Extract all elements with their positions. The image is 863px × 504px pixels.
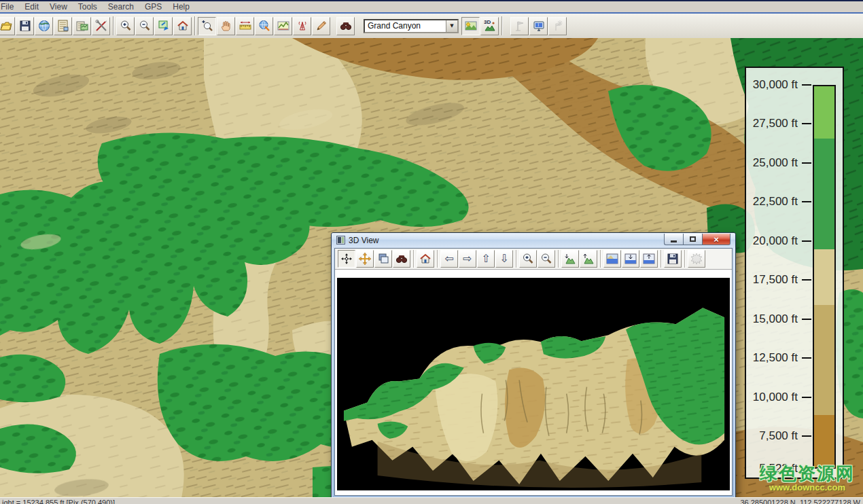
toolbar-separator [558,250,559,268]
menu-tools[interactable]: Tools [73,2,103,12]
zoom-out-icon [540,252,553,266]
zoom-to-home-button[interactable] [173,17,192,35]
hillshade-toggle-button[interactable] [461,17,480,35]
save-snapshot-button[interactable] [664,250,682,268]
menu-help[interactable]: Help [167,2,195,12]
menu-search[interactable]: Search [103,2,139,12]
maximize-button[interactable] [683,234,702,245]
digitizer-tool-button[interactable] [312,17,330,35]
zoom-out-button[interactable] [135,17,154,35]
pan-view-button[interactable] [356,250,374,268]
zoom-out-icon [138,19,152,33]
open-data-file-button[interactable] [0,17,15,35]
three-d-render-canvas[interactable] [337,278,730,490]
clear-flags-button[interactable] [548,17,567,35]
gps-information-button[interactable]: i [529,17,548,35]
pan-tool-button[interactable] [217,17,235,35]
minimize-icon [671,240,677,242]
feature-info-tool-button[interactable] [255,17,273,35]
move-arrows-icon [358,252,372,266]
gps-monitor-icon: i [532,19,546,33]
hillshade-icon [464,19,478,33]
window-title-bar[interactable]: 3D View × [332,233,735,247]
control-center-icon [56,19,70,33]
dataset-dropdown[interactable]: Grand Canyon ▼ [364,19,459,33]
flag-tool-button[interactable] [510,17,529,35]
hand-icon [219,19,233,33]
step-down-button[interactable]: ⇩ [495,250,513,268]
raise-water-level-button[interactable] [640,250,658,268]
window-title: 3D View [349,236,378,245]
three-d-terrain [337,278,730,490]
legend-tick-label: 22,500 ft [753,195,798,209]
maximize-icon [690,236,696,242]
dataset-dropdown-value: Grand Canyon [365,21,446,31]
legend-tick-mark [802,84,811,86]
watermark-site-name: 绿色资源网 [760,465,855,483]
elevation-band-brown [814,415,834,467]
open-control-center-button[interactable] [54,17,72,35]
legend-tick-label: 25,000 ft [753,156,798,170]
step-left-button[interactable]: ⇦ [440,250,458,268]
toolbar-separator [437,250,438,268]
path-profile-icon [277,19,290,33]
save-workspace-button[interactable] [16,17,34,35]
three-d-view-window[interactable]: 3D View × ⇦ ⇨ ⇧ ⇩ [331,232,736,500]
open-folder-icon [0,19,13,33]
full-view-icon [157,19,171,33]
elevation-band-green [814,139,834,249]
copy-view-button[interactable] [374,250,392,268]
three-d-label: 3D [484,19,491,25]
snowflake-flag-icon [551,19,565,33]
toolbar-separator [413,250,415,268]
legend-tick-label: 30,000 ft [753,78,798,92]
increase-exaggeration-button[interactable] [580,250,597,268]
elevation-band-high-green [814,86,834,139]
toolbar-separator [516,250,517,268]
search-button[interactable] [393,250,410,268]
feature-info-globe-icon [258,19,271,33]
legend-tick-label: 20,000 ft [753,234,798,248]
svg-text:i: i [538,22,538,27]
zoom-full-view-button[interactable] [154,17,173,35]
toolbar-separator [684,250,686,268]
minimize-button[interactable] [664,234,683,245]
legend-tick-label: 10,000 ft [753,391,798,404]
configure-button[interactable] [92,17,110,35]
water-down-icon [624,252,637,266]
legend-tick-label: 15,000 ft [753,312,798,326]
menu-edit[interactable]: Edit [19,2,44,12]
chevron-down-icon[interactable]: ▼ [446,20,457,32]
step-right-button[interactable]: ⇨ [459,250,476,268]
path-profile-tool-button[interactable] [274,17,292,35]
menu-view[interactable]: View [44,2,73,12]
zoom-out-button[interactable] [538,250,555,268]
reset-view-button[interactable] [417,250,434,268]
zoom-in-button[interactable] [116,17,135,35]
terrain-down-icon [563,252,577,266]
step-up-button[interactable]: ⇧ [477,250,495,268]
legend-tick-mark [802,240,811,242]
zoom-tool-button[interactable] [198,17,216,35]
lower-water-level-button[interactable] [622,250,639,268]
arrow-down-icon: ⇩ [499,253,508,264]
rotate-arrows-icon [340,252,353,266]
decrease-exaggeration-button[interactable] [561,250,579,268]
view-shed-tool-button[interactable] [293,17,311,35]
show-water-button[interactable] [603,250,621,268]
rotate-view-button[interactable] [338,250,355,268]
menu-gps[interactable]: GPS [139,2,167,12]
menu-file[interactable]: File [0,2,19,12]
measure-tool-button[interactable] [236,17,254,35]
legend-tick-mark [802,319,811,320]
zoom-in-button[interactable] [519,250,537,268]
open-overlay-control-button[interactable] [73,17,91,35]
close-button[interactable]: × [702,234,730,245]
toolbar-separator [113,16,114,35]
crash-effect-button[interactable] [688,250,705,268]
search-by-name-button[interactable] [336,17,355,35]
status-height-readout: ight = 15234.855 ft [Pix (570,490)] [2,499,115,504]
show-3d-view-button[interactable]: 3D [480,17,499,35]
floppy-disk-icon [666,252,680,266]
download-online-data-button[interactable] [35,17,53,35]
